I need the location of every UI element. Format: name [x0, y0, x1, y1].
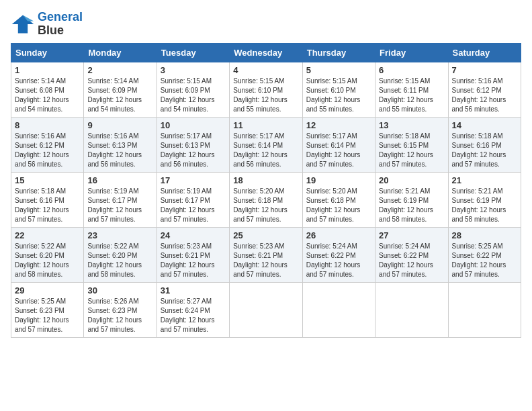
- calendar-day-cell: 29 Sunrise: 5:25 AM Sunset: 6:23 PM Dayl…: [11, 282, 84, 337]
- day-number: 4: [233, 65, 298, 75]
- day-number: 12: [306, 120, 371, 130]
- calendar-day-cell: 4 Sunrise: 5:15 AM Sunset: 6:10 PM Dayli…: [230, 62, 302, 117]
- day-detail: Sunrise: 5:14 AM Sunset: 6:09 PM Dayligh…: [87, 77, 152, 114]
- day-detail: Sunrise: 5:23 AM Sunset: 6:21 PM Dayligh…: [161, 242, 226, 279]
- calendar-day-cell: 21 Sunrise: 5:21 AM Sunset: 6:19 PM Dayl…: [448, 172, 521, 227]
- weekday-header-row: SundayMondayTuesdayWednesdayThursdayFrid…: [11, 43, 521, 62]
- calendar-day-cell: 22 Sunrise: 5:22 AM Sunset: 6:20 PM Dayl…: [11, 227, 84, 282]
- day-detail: Sunrise: 5:14 AM Sunset: 6:08 PM Dayligh…: [15, 77, 80, 114]
- day-detail: Sunrise: 5:15 AM Sunset: 6:11 PM Dayligh…: [379, 77, 444, 114]
- calendar-day-cell: 8 Sunrise: 5:16 AM Sunset: 6:12 PM Dayli…: [11, 117, 84, 172]
- weekday-header-cell: Friday: [375, 43, 448, 62]
- day-number: 30: [87, 285, 152, 295]
- weekday-header-cell: Sunday: [11, 43, 84, 62]
- day-number: 6: [379, 65, 444, 75]
- calendar-day-cell: 25 Sunrise: 5:23 AM Sunset: 6:21 PM Dayl…: [230, 227, 302, 282]
- day-number: 14: [452, 120, 517, 130]
- calendar-day-cell: 20 Sunrise: 5:21 AM Sunset: 6:19 PM Dayl…: [375, 172, 448, 227]
- day-detail: Sunrise: 5:19 AM Sunset: 6:17 PM Dayligh…: [161, 187, 226, 224]
- day-detail: Sunrise: 5:20 AM Sunset: 6:18 PM Dayligh…: [306, 187, 371, 224]
- day-detail: Sunrise: 5:17 AM Sunset: 6:14 PM Dayligh…: [306, 132, 371, 169]
- weekday-header-cell: Saturday: [448, 43, 521, 62]
- calendar-day-cell: 19 Sunrise: 5:20 AM Sunset: 6:18 PM Dayl…: [302, 172, 375, 227]
- day-number: 29: [15, 285, 80, 295]
- day-detail: Sunrise: 5:25 AM Sunset: 6:22 PM Dayligh…: [452, 242, 517, 279]
- day-detail: Sunrise: 5:16 AM Sunset: 6:13 PM Dayligh…: [87, 132, 152, 169]
- day-detail: Sunrise: 5:26 AM Sunset: 6:23 PM Dayligh…: [87, 297, 152, 334]
- calendar-week-row: 8 Sunrise: 5:16 AM Sunset: 6:12 PM Dayli…: [11, 117, 521, 172]
- day-number: 9: [87, 120, 152, 130]
- day-detail: Sunrise: 5:27 AM Sunset: 6:24 PM Dayligh…: [161, 297, 226, 334]
- calendar-day-cell: 7 Sunrise: 5:16 AM Sunset: 6:12 PM Dayli…: [448, 62, 521, 117]
- day-number: 25: [233, 230, 298, 240]
- day-detail: Sunrise: 5:17 AM Sunset: 6:13 PM Dayligh…: [161, 132, 226, 169]
- day-detail: Sunrise: 5:21 AM Sunset: 6:19 PM Dayligh…: [379, 187, 444, 224]
- day-number: 7: [452, 65, 517, 75]
- day-detail: Sunrise: 5:15 AM Sunset: 6:10 PM Dayligh…: [233, 77, 298, 114]
- day-detail: Sunrise: 5:23 AM Sunset: 6:21 PM Dayligh…: [233, 242, 298, 279]
- day-detail: Sunrise: 5:15 AM Sunset: 6:09 PM Dayligh…: [161, 77, 226, 114]
- day-number: 27: [379, 230, 444, 240]
- calendar-day-cell: [230, 282, 302, 337]
- weekday-header-cell: Tuesday: [157, 43, 229, 62]
- calendar-day-cell: 17 Sunrise: 5:19 AM Sunset: 6:17 PM Dayl…: [157, 172, 229, 227]
- calendar-day-cell: 16 Sunrise: 5:19 AM Sunset: 6:17 PM Dayl…: [84, 172, 157, 227]
- calendar-day-cell: 10 Sunrise: 5:17 AM Sunset: 6:13 PM Dayl…: [157, 117, 229, 172]
- day-number: 17: [161, 175, 226, 185]
- calendar-day-cell: [448, 282, 521, 337]
- calendar-day-cell: 18 Sunrise: 5:20 AM Sunset: 6:18 PM Dayl…: [230, 172, 302, 227]
- day-number: 5: [306, 65, 371, 75]
- day-number: 22: [15, 230, 80, 240]
- day-detail: Sunrise: 5:25 AM Sunset: 6:23 PM Dayligh…: [15, 297, 80, 334]
- calendar-day-cell: 2 Sunrise: 5:14 AM Sunset: 6:09 PM Dayli…: [84, 62, 157, 117]
- day-detail: Sunrise: 5:24 AM Sunset: 6:22 PM Dayligh…: [379, 242, 444, 279]
- calendar-day-cell: 31 Sunrise: 5:27 AM Sunset: 6:24 PM Dayl…: [157, 282, 229, 337]
- calendar-day-cell: 13 Sunrise: 5:18 AM Sunset: 6:15 PM Dayl…: [375, 117, 448, 172]
- logo-icon: [11, 12, 35, 36]
- weekday-header-cell: Thursday: [302, 43, 375, 62]
- day-number: 8: [15, 120, 80, 130]
- weekday-header-cell: Wednesday: [230, 43, 302, 62]
- day-number: 23: [87, 230, 152, 240]
- day-number: 10: [161, 120, 226, 130]
- calendar-day-cell: [375, 282, 448, 337]
- day-number: 13: [379, 120, 444, 130]
- day-detail: Sunrise: 5:15 AM Sunset: 6:10 PM Dayligh…: [306, 77, 371, 114]
- day-number: 2: [87, 65, 152, 75]
- day-number: 31: [161, 285, 226, 295]
- day-number: 28: [452, 230, 517, 240]
- calendar-week-row: 15 Sunrise: 5:18 AM Sunset: 6:16 PM Dayl…: [11, 172, 521, 227]
- calendar-day-cell: 24 Sunrise: 5:23 AM Sunset: 6:21 PM Dayl…: [157, 227, 229, 282]
- calendar-day-cell: 12 Sunrise: 5:17 AM Sunset: 6:14 PM Dayl…: [302, 117, 375, 172]
- day-detail: Sunrise: 5:18 AM Sunset: 6:16 PM Dayligh…: [15, 187, 80, 224]
- calendar-day-cell: 30 Sunrise: 5:26 AM Sunset: 6:23 PM Dayl…: [84, 282, 157, 337]
- calendar-body: 1 Sunrise: 5:14 AM Sunset: 6:08 PM Dayli…: [11, 62, 521, 337]
- day-number: 26: [306, 230, 371, 240]
- calendar-day-cell: 23 Sunrise: 5:22 AM Sunset: 6:20 PM Dayl…: [84, 227, 157, 282]
- calendar-week-row: 29 Sunrise: 5:25 AM Sunset: 6:23 PM Dayl…: [11, 282, 521, 337]
- calendar-day-cell: 3 Sunrise: 5:15 AM Sunset: 6:09 PM Dayli…: [157, 62, 229, 117]
- day-detail: Sunrise: 5:18 AM Sunset: 6:15 PM Dayligh…: [379, 132, 444, 169]
- day-number: 16: [87, 175, 152, 185]
- day-detail: Sunrise: 5:18 AM Sunset: 6:16 PM Dayligh…: [452, 132, 517, 169]
- day-detail: Sunrise: 5:20 AM Sunset: 6:18 PM Dayligh…: [233, 187, 298, 224]
- svg-marker-0: [12, 15, 34, 33]
- weekday-header-cell: Monday: [84, 43, 157, 62]
- header: General Blue: [11, 11, 521, 38]
- day-detail: Sunrise: 5:21 AM Sunset: 6:19 PM Dayligh…: [452, 187, 517, 224]
- calendar-day-cell: 14 Sunrise: 5:18 AM Sunset: 6:16 PM Dayl…: [448, 117, 521, 172]
- calendar-day-cell: 26 Sunrise: 5:24 AM Sunset: 6:22 PM Dayl…: [302, 227, 375, 282]
- calendar-week-row: 1 Sunrise: 5:14 AM Sunset: 6:08 PM Dayli…: [11, 62, 521, 117]
- day-number: 15: [15, 175, 80, 185]
- day-detail: Sunrise: 5:17 AM Sunset: 6:14 PM Dayligh…: [233, 132, 298, 169]
- day-number: 3: [161, 65, 226, 75]
- day-number: 21: [452, 175, 517, 185]
- day-detail: Sunrise: 5:24 AM Sunset: 6:22 PM Dayligh…: [306, 242, 371, 279]
- calendar-week-row: 22 Sunrise: 5:22 AM Sunset: 6:20 PM Dayl…: [11, 227, 521, 282]
- logo-text: General Blue: [38, 11, 83, 38]
- calendar-day-cell: 6 Sunrise: 5:15 AM Sunset: 6:11 PM Dayli…: [375, 62, 448, 117]
- calendar-day-cell: 28 Sunrise: 5:25 AM Sunset: 6:22 PM Dayl…: [448, 227, 521, 282]
- day-number: 1: [15, 65, 80, 75]
- day-detail: Sunrise: 5:22 AM Sunset: 6:20 PM Dayligh…: [87, 242, 152, 279]
- day-number: 20: [379, 175, 444, 185]
